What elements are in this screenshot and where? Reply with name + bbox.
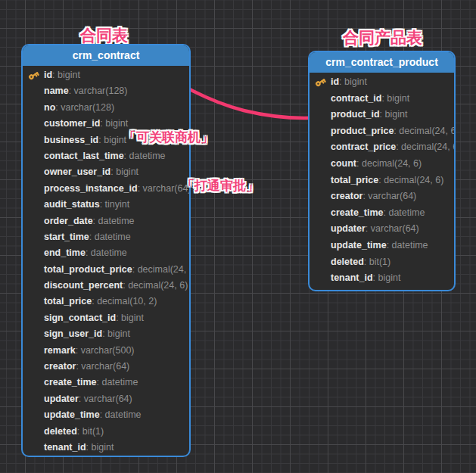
table-row[interactable]: total_product_price: decimal(24, 6) — [23, 262, 189, 278]
table-caption-contract-product[interactable]: 合同产品表 — [343, 27, 422, 48]
field-name: update_time — [331, 240, 387, 251]
field-name: audit_status — [44, 199, 100, 210]
field-name: create_time — [44, 377, 97, 387]
field-type: : bigint — [98, 135, 126, 145]
table-row[interactable]: creator: varchar(64) — [310, 188, 454, 205]
entity-table-crm-contract-product[interactable]: crm_contract_product id: bigint contract… — [308, 51, 456, 291]
field-type: : datetime — [89, 232, 131, 242]
field-type: : varchar(500) — [76, 345, 135, 356]
table-row[interactable]: tenant_id: bigint — [310, 270, 454, 287]
note-link-business[interactable]: 「可关联商机」 — [123, 129, 213, 146]
field-name: remark — [44, 345, 76, 356]
field-name: start_time — [44, 232, 89, 242]
field-type: : bigint — [110, 166, 138, 177]
field-name: process_instance_id — [44, 183, 138, 194]
table-header[interactable]: crm_contract_product — [308, 51, 456, 73]
table-row[interactable]: deleted: bit(1) — [23, 424, 189, 440]
field-name: creator — [331, 191, 362, 201]
table-row[interactable]: contract_price: decimal(24, 6) — [310, 139, 454, 156]
field-name: total_price — [44, 296, 92, 307]
table-row[interactable]: update_time: datetime — [23, 407, 189, 423]
entity-table-crm-contract[interactable]: crm_contract id: bigint name: varchar(12… — [21, 44, 191, 457]
field-type: : decimal(24, 6) — [356, 158, 422, 169]
table-row[interactable]: sign_user_id: bigint — [23, 326, 189, 342]
field-name: contract_id — [331, 93, 381, 104]
table-row[interactable]: updater: varchar(64) — [310, 221, 454, 238]
table-row[interactable]: create_time: datetime — [310, 205, 454, 222]
field-name: total_product_price — [44, 264, 132, 275]
field-name: product_price — [331, 126, 394, 136]
field-name: sign_user_id — [44, 328, 102, 339]
field-type: : decimal(24, 6) — [132, 264, 191, 275]
field-name: deleted — [331, 257, 364, 267]
table-row[interactable]: id: bigint — [310, 74, 454, 91]
field-name: count — [331, 158, 356, 169]
field-type: : datetime — [384, 207, 425, 218]
field-type: : bigint — [86, 442, 114, 453]
field-type: : bigint — [116, 313, 144, 323]
table-row[interactable]: update_time: datetime — [310, 238, 454, 254]
table-header[interactable]: crm_contract — [21, 44, 191, 66]
table-row[interactable]: contact_last_time: datetime — [23, 148, 189, 164]
field-name: name — [44, 86, 69, 96]
table-row[interactable]: tenant_id: bigint — [23, 440, 189, 456]
table-row[interactable]: creator: varchar(64) — [23, 359, 189, 375]
table-row[interactable]: order_date: datetime — [23, 213, 189, 229]
field-type: : varchar(64) — [76, 361, 129, 372]
table-row[interactable]: no: varchar(128) — [23, 100, 189, 116]
table-row[interactable]: updater: varchar(64) — [23, 391, 189, 407]
field-name: end_time — [44, 247, 86, 258]
field-type: : bit(1) — [364, 257, 390, 267]
table-body: id: bigint name: varchar(128) no: varcha… — [23, 66, 189, 457]
field-type: : varchar(64) — [366, 223, 419, 234]
table-row[interactable]: deleted: bit(1) — [310, 254, 454, 271]
diagram-canvas[interactable]: { "canvas": { "background": "#2b2b2d", "… — [0, 0, 476, 473]
field-name: discount_percent — [44, 280, 123, 291]
field-type: : varchar(64) — [362, 191, 416, 201]
table-row[interactable]: discount_percent: decimal(24, 6) — [23, 278, 189, 294]
table-body: id: bigint contract_id: bigint product_i… — [310, 73, 454, 290]
table-row[interactable]: create_time: datetime — [23, 375, 189, 391]
table-row[interactable]: total_price: decimal(10, 2) — [23, 294, 189, 310]
field-name: customer_id — [44, 118, 100, 129]
field-name: owner_user_id — [44, 166, 110, 177]
field-type: : bigint — [52, 70, 80, 80]
field-name: tenant_id — [331, 272, 373, 283]
table-caption-contract[interactable]: 合同表 — [80, 25, 128, 46]
table-row[interactable]: sign_contact_id: bigint — [23, 310, 189, 326]
field-name: no — [44, 102, 55, 113]
field-type: : bigint — [380, 109, 408, 120]
table-row[interactable]: audit_status: tinyint — [23, 197, 189, 213]
table-row[interactable]: product_price: decimal(24, 6) — [310, 123, 454, 140]
field-type: : varchar(128) — [69, 86, 128, 96]
field-name: id — [331, 76, 339, 87]
field-type: : decimal(24, 6) — [123, 280, 188, 291]
field-type: : bigint — [100, 118, 128, 129]
table-row[interactable]: owner_user_id: bigint — [23, 164, 189, 180]
table-row[interactable]: process_instance_id: varchar(64) — [23, 181, 189, 197]
field-type: : bigint — [339, 76, 367, 87]
field-name: creator — [44, 361, 76, 372]
field-type: : datetime — [93, 216, 135, 226]
field-name: business_id — [44, 135, 98, 145]
field-name: tenant_id — [44, 442, 86, 453]
table-row[interactable]: id: bigint — [23, 67, 189, 83]
table-row[interactable]: name: varchar(128) — [23, 83, 189, 99]
field-type: : datetime — [97, 377, 138, 387]
field-type: : datetime — [124, 151, 166, 161]
field-type: : datetime — [86, 247, 127, 258]
field-name: updater — [331, 223, 366, 234]
table-row[interactable]: start_time: datetime — [23, 229, 189, 245]
table-row[interactable]: remark: varchar(500) — [23, 343, 189, 359]
note-approval-flow[interactable]: 「打通审批」 — [182, 177, 259, 194]
table-row[interactable]: product_id: bigint — [310, 107, 454, 123]
table-row[interactable]: end_time: datetime — [23, 245, 189, 261]
field-type: : datetime — [100, 409, 142, 420]
field-type: : bigint — [373, 272, 401, 283]
field-type: : decimal(10, 2) — [92, 296, 157, 307]
field-name: contact_last_time — [44, 151, 124, 161]
table-row[interactable]: contract_id: bigint — [310, 91, 454, 107]
field-type: : decimal(24, 6) — [378, 175, 443, 185]
table-row[interactable]: count: decimal(24, 6) — [310, 156, 454, 173]
table-row[interactable]: total_price: decimal(24, 6) — [310, 173, 454, 189]
